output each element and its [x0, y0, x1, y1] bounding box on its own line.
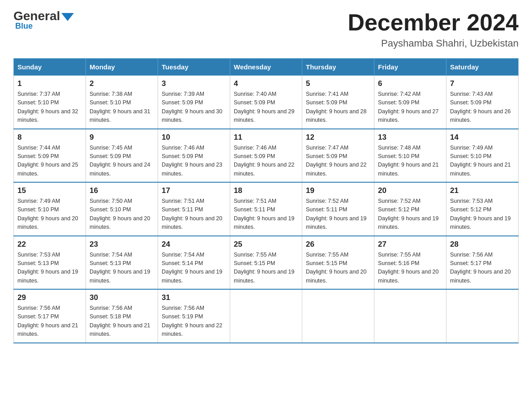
calendar-cell: 27Sunrise: 7:55 AMSunset: 5:16 PMDayligh…: [374, 236, 446, 290]
day-number: 31: [162, 293, 226, 302]
day-number: 20: [378, 186, 442, 195]
day-number: 26: [306, 240, 370, 249]
day-number: 27: [378, 240, 442, 249]
day-info: Sunrise: 7:49 AMSunset: 5:10 PMDaylight:…: [450, 144, 515, 179]
day-number: 10: [162, 133, 226, 142]
day-info: Sunrise: 7:38 AMSunset: 5:10 PMDaylight:…: [90, 90, 154, 125]
calendar-cell: 29Sunrise: 7:56 AMSunset: 5:17 PMDayligh…: [14, 289, 86, 343]
day-number: 21: [450, 186, 515, 195]
page-header: General Blue December 2024 Payshamba Sha…: [13, 9, 519, 49]
calendar-cell: 14Sunrise: 7:49 AMSunset: 5:10 PMDayligh…: [446, 129, 519, 183]
day-number: 4: [234, 79, 298, 88]
day-info: Sunrise: 7:42 AMSunset: 5:09 PMDaylight:…: [378, 90, 442, 125]
calendar-cell: 31Sunrise: 7:56 AMSunset: 5:19 PMDayligh…: [158, 289, 230, 343]
day-number: 17: [162, 186, 226, 195]
day-number: 9: [90, 133, 154, 142]
calendar-cell: 13Sunrise: 7:48 AMSunset: 5:10 PMDayligh…: [374, 129, 446, 183]
day-number: 24: [162, 240, 226, 249]
calendar-week-row: 22Sunrise: 7:53 AMSunset: 5:13 PMDayligh…: [14, 236, 519, 290]
day-info: Sunrise: 7:41 AMSunset: 5:09 PMDaylight:…: [306, 90, 370, 125]
day-number: 12: [306, 133, 370, 142]
calendar-week-row: 1Sunrise: 7:37 AMSunset: 5:10 PMDaylight…: [14, 76, 519, 129]
day-number: 7: [450, 79, 515, 88]
calendar-day-header: Tuesday: [158, 59, 230, 76]
day-info: Sunrise: 7:51 AMSunset: 5:11 PMDaylight:…: [162, 197, 226, 232]
day-number: 23: [90, 240, 154, 249]
day-number: 19: [306, 186, 370, 195]
calendar-cell: 5Sunrise: 7:41 AMSunset: 5:09 PMDaylight…: [302, 76, 374, 129]
calendar-cell: 25Sunrise: 7:55 AMSunset: 5:15 PMDayligh…: [230, 236, 302, 290]
calendar-cell: 21Sunrise: 7:53 AMSunset: 5:12 PMDayligh…: [446, 182, 519, 236]
day-info: Sunrise: 7:43 AMSunset: 5:09 PMDaylight:…: [450, 90, 515, 125]
day-info: Sunrise: 7:50 AMSunset: 5:10 PMDaylight:…: [90, 197, 154, 232]
day-number: 6: [378, 79, 442, 88]
day-number: 29: [17, 293, 82, 302]
calendar-cell: 30Sunrise: 7:56 AMSunset: 5:18 PMDayligh…: [86, 289, 158, 343]
calendar-cell: 26Sunrise: 7:55 AMSunset: 5:15 PMDayligh…: [302, 236, 374, 290]
day-info: Sunrise: 7:55 AMSunset: 5:15 PMDaylight:…: [306, 251, 370, 286]
title-block: December 2024 Payshamba Shahri, Uzbekist…: [348, 9, 519, 49]
calendar-cell: [230, 289, 302, 343]
calendar-cell: 6Sunrise: 7:42 AMSunset: 5:09 PMDaylight…: [374, 76, 446, 129]
day-info: Sunrise: 7:40 AMSunset: 5:09 PMDaylight:…: [234, 90, 298, 125]
day-number: 28: [450, 240, 515, 249]
day-number: 25: [234, 240, 298, 249]
calendar-cell: 9Sunrise: 7:45 AMSunset: 5:09 PMDaylight…: [86, 129, 158, 183]
day-info: Sunrise: 7:55 AMSunset: 5:15 PMDaylight:…: [234, 251, 298, 286]
location-title: Payshamba Shahri, Uzbekistan: [348, 38, 519, 49]
calendar-cell: 2Sunrise: 7:38 AMSunset: 5:10 PMDaylight…: [86, 76, 158, 129]
calendar-cell: [446, 289, 519, 343]
day-number: 14: [450, 133, 515, 142]
day-info: Sunrise: 7:39 AMSunset: 5:09 PMDaylight:…: [162, 90, 226, 125]
calendar-cell: 3Sunrise: 7:39 AMSunset: 5:09 PMDaylight…: [158, 76, 230, 129]
day-info: Sunrise: 7:54 AMSunset: 5:13 PMDaylight:…: [90, 251, 154, 286]
calendar-cell: [302, 289, 374, 343]
day-number: 15: [17, 186, 82, 195]
calendar-day-header: Sunday: [14, 59, 86, 76]
calendar-cell: 11Sunrise: 7:46 AMSunset: 5:09 PMDayligh…: [230, 129, 302, 183]
calendar-cell: 15Sunrise: 7:49 AMSunset: 5:10 PMDayligh…: [14, 182, 86, 236]
day-info: Sunrise: 7:53 AMSunset: 5:12 PMDaylight:…: [450, 197, 515, 232]
calendar-day-header: Monday: [86, 59, 158, 76]
calendar-cell: 16Sunrise: 7:50 AMSunset: 5:10 PMDayligh…: [86, 182, 158, 236]
calendar-cell: 19Sunrise: 7:52 AMSunset: 5:11 PMDayligh…: [302, 182, 374, 236]
calendar-cell: 7Sunrise: 7:43 AMSunset: 5:09 PMDaylight…: [446, 76, 519, 129]
day-number: 8: [17, 133, 82, 142]
calendar-cell: 28Sunrise: 7:56 AMSunset: 5:17 PMDayligh…: [446, 236, 519, 290]
calendar-cell: [374, 289, 446, 343]
day-number: 30: [90, 293, 154, 302]
day-info: Sunrise: 7:54 AMSunset: 5:14 PMDaylight:…: [162, 251, 226, 286]
calendar-day-header: Saturday: [446, 59, 519, 76]
day-info: Sunrise: 7:47 AMSunset: 5:09 PMDaylight:…: [306, 144, 370, 179]
calendar-cell: 8Sunrise: 7:44 AMSunset: 5:09 PMDaylight…: [14, 129, 86, 183]
day-number: 2: [90, 79, 154, 88]
calendar-cell: 20Sunrise: 7:52 AMSunset: 5:12 PMDayligh…: [374, 182, 446, 236]
day-info: Sunrise: 7:56 AMSunset: 5:17 PMDaylight:…: [450, 251, 515, 286]
day-info: Sunrise: 7:56 AMSunset: 5:19 PMDaylight:…: [162, 304, 226, 339]
day-number: 16: [90, 186, 154, 195]
day-number: 22: [17, 240, 82, 249]
calendar-week-row: 29Sunrise: 7:56 AMSunset: 5:17 PMDayligh…: [14, 289, 519, 343]
calendar-cell: 18Sunrise: 7:51 AMSunset: 5:11 PMDayligh…: [230, 182, 302, 236]
day-number: 11: [234, 133, 298, 142]
calendar-cell: 23Sunrise: 7:54 AMSunset: 5:13 PMDayligh…: [86, 236, 158, 290]
calendar-day-header: Thursday: [302, 59, 374, 76]
day-info: Sunrise: 7:53 AMSunset: 5:13 PMDaylight:…: [17, 251, 82, 286]
month-title: December 2024: [348, 9, 519, 36]
calendar-week-row: 8Sunrise: 7:44 AMSunset: 5:09 PMDaylight…: [14, 129, 519, 183]
calendar-day-header: Friday: [374, 59, 446, 76]
day-info: Sunrise: 7:52 AMSunset: 5:12 PMDaylight:…: [378, 197, 442, 232]
day-number: 13: [378, 133, 442, 142]
calendar-day-header: Wednesday: [230, 59, 302, 76]
day-info: Sunrise: 7:46 AMSunset: 5:09 PMDaylight:…: [234, 144, 298, 179]
day-info: Sunrise: 7:51 AMSunset: 5:11 PMDaylight:…: [234, 197, 298, 232]
calendar-cell: 12Sunrise: 7:47 AMSunset: 5:09 PMDayligh…: [302, 129, 374, 183]
day-info: Sunrise: 7:46 AMSunset: 5:09 PMDaylight:…: [162, 144, 226, 179]
day-number: 1: [17, 79, 82, 88]
calendar-table: SundayMondayTuesdayWednesdayThursdayFrid…: [13, 58, 519, 343]
day-info: Sunrise: 7:56 AMSunset: 5:17 PMDaylight:…: [17, 304, 82, 339]
day-number: 3: [162, 79, 226, 88]
calendar-cell: 10Sunrise: 7:46 AMSunset: 5:09 PMDayligh…: [158, 129, 230, 183]
day-number: 5: [306, 79, 370, 88]
day-info: Sunrise: 7:56 AMSunset: 5:18 PMDaylight:…: [90, 304, 154, 339]
